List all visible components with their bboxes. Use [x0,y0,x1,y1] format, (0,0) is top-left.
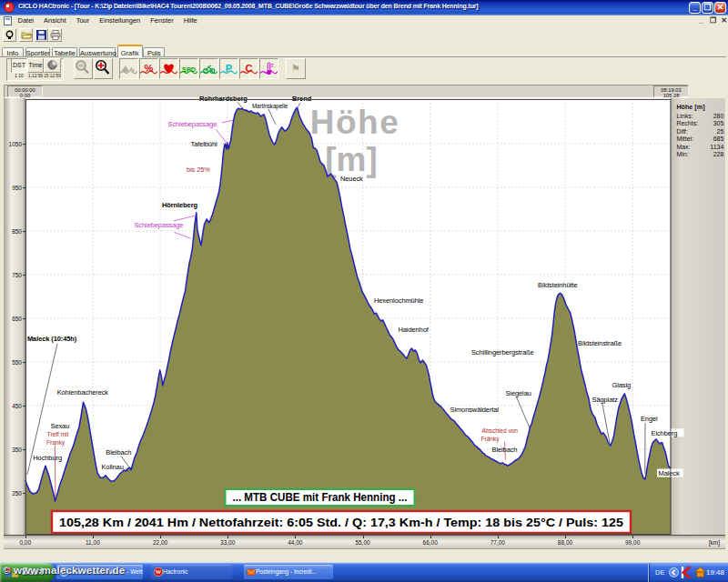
x-tick-22: 22,00 [150,539,170,546]
graph-toolbar: DST Time 1 10 1:12:59 15:12:59 %SPDPC ⚑ [0,57,728,82]
tour-name-text: ... MTB CUBE mit Frank Henning ... [232,491,407,504]
x-tick-33: 33,00 [217,539,238,546]
x-tick-44: 44,00 [285,539,305,546]
chart-label-fr-nky: Fränky [480,436,500,443]
elevation-plot[interactable]: Höhe[m]Maleck (10:45h)KohlenbachereckSex… [25,99,671,537]
x-tick-0: 0,00 [15,539,35,546]
zoom-out-icon[interactable] [74,58,93,79]
x-tick-77: 77,00 [488,539,508,546]
y-tick-850: 850 [12,228,22,235]
x-tickmark [25,536,26,538]
chart-label-haidenhof: Haidenhof [398,326,429,334]
heartrate-icon[interactable] [159,58,178,79]
chart-label-schiebepassage: Schiebepassage [167,120,217,128]
chart-label-sexau: Sexau [51,422,70,430]
x-tickmark [565,536,566,538]
menu-ansicht[interactable]: Ansicht [39,15,72,26]
chart-label-bildsteinstra-e: Bildsteinstraße [578,339,622,347]
main-toolbar [0,26,728,44]
x-axis-unit: [km] [709,539,720,546]
watermark-m-unit: [m] [325,141,378,178]
cursor-left-readout: 00:00:000,00 [7,85,43,97]
close-button[interactable]: ✕ [714,2,726,14]
svg-text:SPD: SPD [182,65,196,74]
x-tick-88: 88,00 [555,539,575,546]
clock[interactable]: 19:48 [706,568,724,577]
chart-label-eichberg: Eichberg [651,429,677,437]
temperature-icon[interactable] [259,58,278,79]
y-tick-350: 350 [12,447,22,453]
taskbar-task-2[interactable]: Posteingang - Incredi... [244,565,333,579]
hide-arrow-icon[interactable] [669,567,679,577]
chart-label-treff-mit: Treff mit [47,431,69,437]
elevation-chart-svg: Höhe[m]Maleck (10:45h)KohlenbachereckSex… [25,99,671,535]
legend-row-diff: Diff:25 [676,128,723,135]
flag-icon[interactable]: ⚑ [286,58,306,79]
child-minimize-button[interactable]: _ [697,17,705,25]
y-tick-550: 550 [12,359,22,366]
menu-tour[interactable]: Tour [71,15,95,26]
chart-label-h-rnleberg: Hörnleberg [162,201,197,209]
lamp-icon[interactable] [3,28,16,42]
chart-label-abschied-von: Abschied von [482,427,519,434]
slope-percent-icon[interactable]: % [139,58,158,79]
chart-label-maleck: Maleck [659,469,680,477]
chart-area: 00:00:000,00 08:19:03105,28 250350450550… [0,82,728,550]
chart-label-bleibach: Bleibach [491,446,517,454]
menu-einstellungen[interactable]: Einstellungen [95,15,146,26]
clock-mode-button[interactable] [44,58,61,73]
x-tickmark [498,536,499,538]
chart-label-hexenlochm-hle: Hexenlochmühle [374,296,423,305]
tab-grafik[interactable]: Grafik [117,45,143,57]
document-icon[interactable] [4,16,12,25]
zoom-in-icon[interactable] [94,58,113,79]
x-tick-66: 66,00 [420,539,440,546]
x-tickmark [430,536,431,538]
chart-label-neueck: Neueck [340,175,363,183]
legend-row-mittel: Mittel:685 [676,135,723,143]
legend-row-rechts: Rechts:305 [676,120,723,127]
y-tick-250: 250 [12,490,22,497]
language-indicator[interactable]: DE [655,568,664,577]
clock-sub-label: 15:12:59 [44,73,61,79]
y-tick-650: 650 [12,316,22,322]
child-close-button[interactable]: ✕ [720,17,728,25]
chart-label-franky: Franky [46,439,66,447]
child-restore-button[interactable]: ❐ [709,17,717,25]
cadence-icon[interactable] [199,58,218,79]
chart-label-glasig: Glasig [612,381,631,389]
kaspersky-icon[interactable] [681,567,692,578]
c-metric-icon[interactable]: C [239,58,258,79]
chart-label-bis-25: bis 25% [187,166,210,174]
print-icon[interactable] [48,28,62,42]
house-icon[interactable] [694,567,706,577]
menu-datei[interactable]: Datei [13,15,39,26]
x-tick-11: 11,00 [83,539,103,546]
save-icon[interactable] [35,28,48,42]
window-bottom-edge [0,549,728,562]
altitude-mountain-icon[interactable] [119,58,138,79]
x-tickmark [228,536,228,538]
power-icon[interactable]: P [219,58,238,79]
restore-button[interactable]: ❐ [702,2,713,14]
title-bar[interactable]: CICLO HACtronic - [Tour - K:\Zip Dateien… [0,0,728,15]
open-folder-icon[interactable] [19,28,33,42]
dst-mode-button[interactable]: DST [11,58,27,73]
y-axis-ruler: 2503504505506507508509501050 [4,98,25,535]
chart-label-s-gplatz: Sägplatz [592,396,619,404]
x-tick-55: 55,00 [353,539,373,546]
speed-icon[interactable]: SPD [179,58,198,79]
menu-hilfe[interactable]: Hilfe [178,15,202,26]
app-logo-icon [4,2,15,13]
task-label: Posteingang - Incredi... [256,568,317,575]
menu-fenster[interactable]: Fenster [146,15,178,26]
x-tick-99: 99,00 [622,539,642,546]
window-title: CICLO HACtronic - [Tour - K:\Zip Dateien… [18,3,514,15]
time-mode-button[interactable]: Time [27,58,44,73]
chart-label-kohlenbachereck: Kohlenbachereck [57,388,109,396]
minimize-button[interactable]: _ [689,2,701,14]
legend-rows: Links:280Rechts:305Diff:25Mittel:685Max:… [676,113,723,158]
chart-label-kollnau: Kollnau [101,463,123,471]
svg-text:%: % [145,63,154,74]
tour-stats-text: 105,28 Km / 2041 Hm / Nettofahrzeit: 6:0… [59,516,624,529]
